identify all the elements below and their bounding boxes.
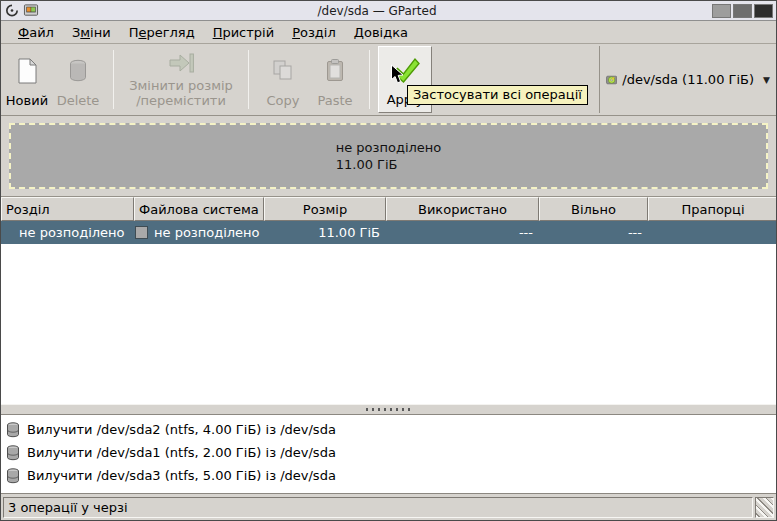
column-header-used[interactable]: Використано (386, 197, 539, 221)
gparted-app-icon (23, 3, 39, 18)
trash-icon (6, 468, 20, 484)
cell-size: 11.00 ГіБ (264, 221, 386, 244)
menu-device[interactable]: Пристрій (204, 23, 284, 42)
window-resize-grip[interactable] (755, 497, 774, 518)
table-row[interactable]: не розподілено не розподілено 11.00 ГіБ … (1, 221, 776, 244)
maximize-button[interactable] (733, 4, 752, 18)
operation-item: Вилучити /dev/sda2 (ntfs, 4.00 ГіБ) із /… (1, 418, 776, 441)
column-header-free[interactable]: Вільно (539, 197, 648, 221)
unallocated-label: не розподілено (336, 139, 442, 156)
paste-clipboard-icon (323, 58, 347, 84)
paste-button-label: Paste (317, 93, 352, 108)
new-document-icon (15, 58, 39, 84)
delete-button-label: Delete (57, 93, 100, 108)
close-button[interactable] (754, 4, 773, 18)
menu-file[interactable]: Файл (9, 23, 63, 42)
pending-operations-list: Вилучити /dev/sda2 (ntfs, 4.00 ГіБ) із /… (1, 415, 776, 494)
resize-move-arrow-icon (167, 52, 195, 74)
trash-icon (6, 445, 20, 461)
minimize-button[interactable] (712, 4, 731, 18)
column-header-partition[interactable]: Розділ (1, 197, 134, 221)
unallocated-partition-text: не розподілено 11.00 ГіБ (336, 139, 442, 173)
pane-resize-handle[interactable] (366, 408, 412, 411)
new-button-label: Новий (6, 93, 48, 108)
paste-button: Paste (309, 46, 361, 113)
trash-icon (66, 58, 90, 84)
toolbar: Новий Delete Змінити розмір /перемістити (1, 44, 776, 116)
cell-free: --- (539, 221, 648, 244)
statusbar-message: 3 операції у черзі (3, 497, 753, 518)
resize-button-label-line2: /перемістити (136, 93, 226, 108)
pane-splitter[interactable] (1, 404, 776, 415)
filesystem-label: не розподілено (154, 225, 260, 240)
operation-item: Вилучити /dev/sda1 (ntfs, 2.00 ГіБ) із /… (1, 441, 776, 464)
partition-visualization-panel: не розподілено 11.00 ГіБ (1, 116, 776, 197)
mouse-cursor (390, 64, 405, 85)
operation-text: Вилучити /dev/sda3 (ntfs, 5.00 ГіБ) із /… (27, 468, 336, 483)
partition-table: Розділ Файлова система Розмір Використан… (1, 197, 776, 404)
menu-help[interactable]: Довідка (345, 23, 417, 42)
filesystem-color-swatch (135, 226, 148, 239)
delete-partition-button: Delete (51, 46, 105, 113)
window-title: /dev/sda — GParted (42, 4, 712, 18)
column-header-filesystem[interactable]: Файлова система (134, 197, 264, 221)
trash-icon (6, 422, 20, 438)
titlebar[interactable]: /dev/sda — GParted (1, 1, 776, 21)
cell-used: --- (386, 221, 539, 244)
unallocated-size: 11.00 ГіБ (336, 156, 442, 173)
cell-flags (648, 221, 777, 244)
menubar: Файл Зміни Перегляд Пристрій Розділ Дові… (1, 21, 776, 44)
new-partition-button[interactable]: Новий (3, 46, 51, 113)
cell-filesystem: не розподілено (134, 221, 264, 244)
toolbar-separator (369, 50, 370, 109)
toolbar-separator (113, 50, 114, 109)
chevron-down-icon: ▼ (763, 75, 770, 85)
hard-drive-icon (606, 70, 617, 90)
copy-button-label: Copy (267, 93, 300, 108)
column-header-size[interactable]: Розмір (264, 197, 386, 221)
operation-item: Вилучити /dev/sda3 (ntfs, 5.00 ГіБ) із /… (1, 464, 776, 487)
window-menu-icon[interactable] (4, 3, 20, 18)
statusbar: 3 операції у черзі (1, 494, 776, 520)
copy-button: Copy (257, 46, 309, 113)
device-selector-label: /dev/sda (11.00 ГіБ) (622, 72, 754, 87)
copy-icon (271, 58, 295, 83)
table-empty-area (1, 244, 776, 404)
gparted-window: /dev/sda — GParted Файл Зміни Перегляд П… (0, 0, 777, 521)
column-header-flags[interactable]: Прапорці (648, 197, 777, 221)
menu-partition[interactable]: Розділ (283, 23, 345, 42)
device-selector[interactable]: /dev/sda (11.00 ГіБ) ▼ (599, 46, 776, 113)
apply-tooltip: Застосувати всі операції (407, 85, 588, 105)
resize-move-button: Змінити розмір /перемістити (122, 46, 240, 113)
menu-view[interactable]: Перегляд (120, 23, 204, 42)
unallocated-partition-box[interactable]: не розподілено 11.00 ГіБ (9, 123, 768, 189)
cell-partition: не розподілено (1, 221, 134, 244)
partition-table-header: Розділ Файлова система Розмір Використан… (1, 197, 776, 221)
toolbar-separator (248, 50, 249, 109)
operation-text: Вилучити /dev/sda2 (ntfs, 4.00 ГіБ) із /… (27, 422, 336, 437)
operation-text: Вилучити /dev/sda1 (ntfs, 2.00 ГіБ) із /… (27, 445, 336, 460)
resize-button-label-line1: Змінити розмір (129, 78, 233, 93)
menu-edit[interactable]: Зміни (63, 23, 120, 42)
